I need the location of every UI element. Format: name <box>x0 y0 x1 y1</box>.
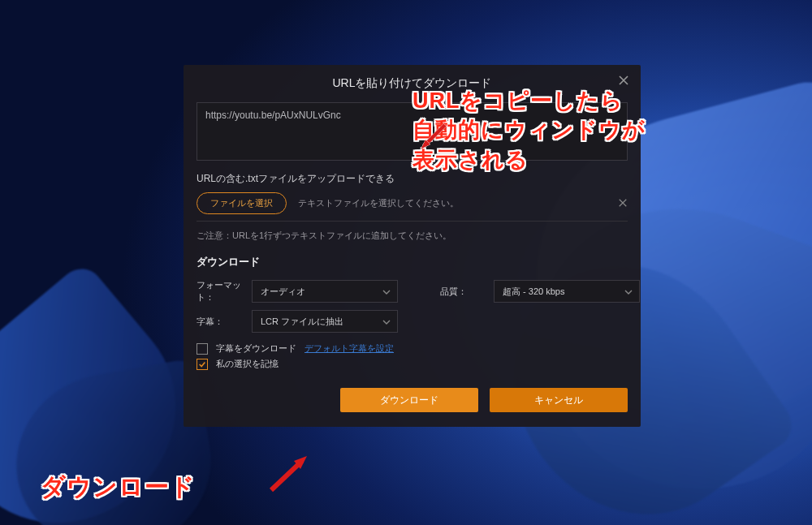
file-select-hint: テキストファイルを選択してください。 <box>298 197 607 209</box>
format-value: オーディオ <box>261 286 305 298</box>
format-select[interactable]: オーディオ <box>252 280 398 303</box>
divider <box>197 221 628 222</box>
dialog-title-text: URLを貼り付けてダウンロード <box>332 76 491 89</box>
chevron-down-icon <box>382 286 391 296</box>
subtitle-options-row: 字幕： LCR ファイルに抽出 <box>197 310 628 333</box>
file-upload-row: ファイルを選択 テキストファイルを選択してください。 <box>197 192 628 214</box>
chevron-down-icon <box>382 316 391 326</box>
clear-file-icon[interactable] <box>618 197 628 210</box>
upload-note: ご注意：URLを1行ずつテキストファイルに追加してください。 <box>197 230 628 242</box>
quality-label: 品質： <box>440 286 489 298</box>
quality-select[interactable]: 超高 - 320 kbps <box>494 280 640 303</box>
remember-label: 私の選択を記憶 <box>216 358 279 370</box>
download-button[interactable]: ダウンロード <box>340 388 478 412</box>
download-subtitle-row: 字幕をダウンロード デフォルト字幕を設定 <box>197 342 628 355</box>
quality-value: 超高 - 320 kbps <box>503 286 564 298</box>
remember-checkbox[interactable] <box>197 359 208 370</box>
remember-row: 私の選択を記憶 <box>197 358 628 370</box>
cancel-button[interactable]: キャンセル <box>490 388 628 412</box>
subtitle-value: LCR ファイルに抽出 <box>261 316 343 328</box>
dialog-title: URLを貼り付けてダウンロード <box>184 65 641 99</box>
upload-section-label: URLの含む.txtファイルをアップロードできる <box>197 172 628 186</box>
download-subtitle-label: 字幕をダウンロード <box>216 342 296 355</box>
subtitle-select[interactable]: LCR ファイルに抽出 <box>252 310 398 333</box>
dialog-footer: ダウンロード キャンセル <box>197 388 628 412</box>
close-icon[interactable] <box>618 75 629 86</box>
chevron-down-icon <box>624 286 633 296</box>
subtitle-label: 字幕： <box>197 316 247 328</box>
download-options-row: フォーマット： オーディオ 品質： 超高 - 320 kbps <box>197 279 628 303</box>
default-subtitle-link[interactable]: デフォルト字幕を設定 <box>304 342 394 355</box>
file-select-button[interactable]: ファイルを選択 <box>197 192 287 214</box>
download-heading: ダウンロード <box>197 255 628 269</box>
download-subtitle-checkbox[interactable] <box>197 343 208 355</box>
download-url-dialog: URLを貼り付けてダウンロード https://youtu.be/pAUxNUL… <box>184 65 641 427</box>
url-input[interactable]: https://youtu.be/pAUxNULvGnc <box>197 102 628 161</box>
format-label: フォーマット： <box>197 279 247 303</box>
url-value: https://youtu.be/pAUxNULvGnc <box>205 110 341 121</box>
